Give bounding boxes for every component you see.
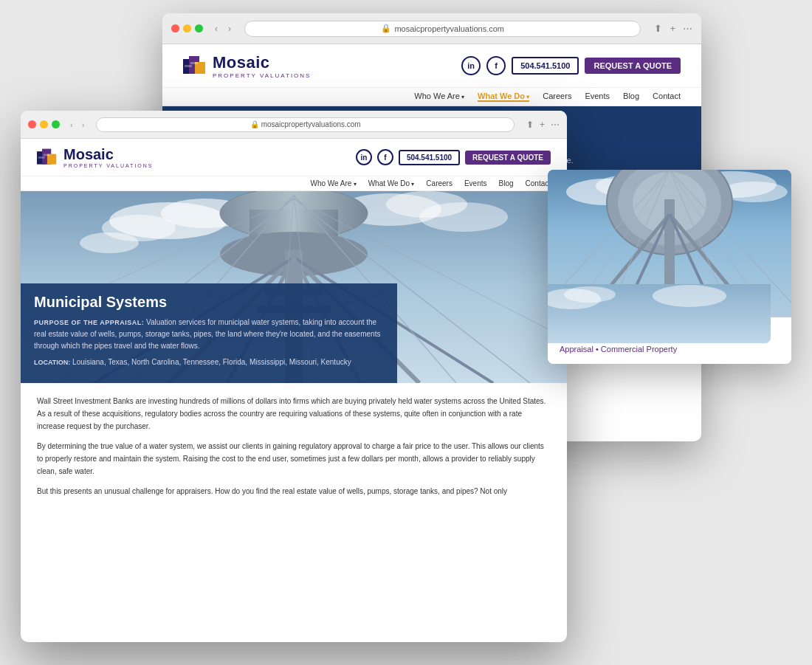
bottom-card-strip — [548, 284, 771, 343]
back-url: mosaicpropertyvaluations.com — [394, 24, 504, 33]
municipal-card: Municipal Systems Appraisal • Commercial… — [548, 170, 791, 364]
back-close-btn[interactable] — [171, 24, 179, 32]
front-fullscreen-btn[interactable] — [52, 120, 60, 128]
front-facebook-btn[interactable]: f — [377, 149, 393, 165]
back-nav-controls: ‹ › — [215, 24, 231, 34]
purpose-text: PURPOSE OF THE APPRAISAL: Valuation serv… — [34, 317, 384, 352]
front-nav-blog[interactable]: Blog — [499, 179, 514, 187]
muni-tag-appraisal: Appraisal — [560, 345, 593, 354]
front-linkedin-icon: in — [360, 154, 367, 162]
back-linkedin-btn[interactable]: in — [461, 56, 481, 75]
location-label: LOCATION: — [34, 359, 70, 366]
back-nav-what[interactable]: What We Do — [478, 92, 529, 102]
front-nav-careers[interactable]: Careers — [426, 179, 453, 187]
svg-rect-3 — [185, 65, 192, 67]
back-nav-blog[interactable]: Blog — [623, 92, 639, 102]
svg-rect-4 — [190, 62, 198, 64]
plus-icon[interactable]: + — [670, 23, 675, 34]
back-icon[interactable]: ‹ — [215, 24, 218, 34]
front-nav-what[interactable]: What We Do — [368, 179, 415, 187]
back-brand-sub: PROPERTY VALUATIONS — [213, 72, 311, 79]
front-minimize-btn[interactable] — [40, 120, 48, 128]
front-hero-overlay: Municipal Systems PURPOSE OF THE APPRAIS… — [21, 283, 397, 383]
back-traffic-lights — [171, 24, 203, 32]
svg-point-16 — [419, 202, 508, 232]
front-nav-who[interactable]: Who We Are — [310, 179, 356, 187]
svg-rect-9 — [44, 154, 50, 156]
front-back-icon[interactable]: ‹ — [70, 120, 73, 129]
front-logo-icon — [37, 145, 58, 170]
svg-rect-8 — [38, 156, 45, 159]
front-phone-btn[interactable]: 504.541.5100 — [399, 150, 460, 165]
front-dots-icon[interactable]: ⋯ — [551, 120, 560, 130]
project-title: Municipal Systems — [34, 294, 384, 311]
front-brand-sub: PROPERTY VALUATIONS — [63, 163, 154, 168]
front-body: Wall Street Investment Banks are investi… — [21, 383, 567, 517]
share-icon[interactable]: ⬆ — [654, 23, 662, 34]
front-hero-image: Municipal Systems PURPOSE OF THE APPRAIS… — [21, 191, 567, 383]
back-nav-contact[interactable]: Contact — [653, 92, 681, 102]
back-quote-btn[interactable]: REQUEST A QUOTE — [585, 58, 681, 74]
purpose-label: PURPOSE OF THE APPRAISAL: — [34, 319, 144, 326]
back-nav-events[interactable]: Events — [585, 92, 610, 102]
front-site-header: Mosaic PROPERTY VALUATIONS in f 504.541.… — [21, 139, 567, 176]
back-facebook-btn[interactable]: f — [486, 56, 506, 75]
back-logo[interactable]: Mosaic PROPERTY VALUATIONS — [183, 52, 311, 80]
location-text: LOCATION: Louisiana, Texas, North Caroli… — [34, 356, 384, 368]
muni-tag-separator: • — [596, 345, 601, 354]
body-para-2: By determining the true value of a water… — [37, 440, 551, 478]
front-chrome-bar: ‹ › 🔒 mosaicpropertyvaluations.com ⬆ + ⋯ — [21, 111, 567, 139]
front-logo[interactable]: Mosaic PROPERTY VALUATIONS — [37, 145, 154, 170]
front-toolbar-right: ⬆ + ⋯ — [526, 120, 560, 130]
svg-point-61 — [564, 286, 616, 303]
svg-point-17 — [80, 232, 139, 253]
front-url: mosaicpropertyvaluations.com — [261, 120, 361, 128]
body-para-3: But this presents an unusual challenge f… — [37, 485, 551, 497]
muni-card-tags: Appraisal • Commercial Property — [560, 345, 780, 354]
back-minimize-btn[interactable] — [183, 24, 191, 32]
front-quote-btn[interactable]: REQUEST A QUOTE — [465, 151, 551, 165]
back-nav-who[interactable]: Who We Are — [414, 92, 464, 102]
back-site-header: Mosaic PROPERTY VALUATIONS in f 504.541.… — [162, 44, 701, 88]
bottom-strip-svg — [548, 284, 771, 343]
front-logo-text: Mosaic PROPERTY VALUATIONS — [63, 146, 154, 168]
front-traffic-lights — [28, 120, 60, 128]
front-forward-icon[interactable]: › — [82, 120, 85, 129]
back-address-bar[interactable]: 🔒 mosaicpropertyvaluations.com — [244, 21, 641, 37]
dots-icon[interactable]: ⋯ — [683, 23, 692, 34]
forward-icon[interactable]: › — [228, 24, 231, 34]
back-fullscreen-btn[interactable] — [195, 24, 203, 32]
front-nav-contact[interactable]: Contact — [526, 179, 551, 187]
back-chrome-bar: ‹ › 🔒 mosaicpropertyvaluations.com ⬆ + ⋯ — [162, 13, 701, 44]
front-lock-icon: 🔒 — [250, 120, 259, 128]
back-header-right: in f 504.541.5100 REQUEST A QUOTE — [461, 56, 681, 75]
front-facebook-icon: f — [384, 154, 386, 162]
back-toolbar-right: ⬆ + ⋯ — [654, 23, 692, 34]
front-nav-events[interactable]: Events — [464, 179, 487, 187]
back-phone-btn[interactable]: 504.541.5100 — [512, 57, 579, 75]
muni-tag-commercial: Commercial Property — [601, 345, 677, 354]
back-nav: Who We Are What We Do Careers Events Blo… — [162, 88, 701, 106]
front-brand-name: Mosaic — [63, 146, 114, 162]
front-header-right: in f 504.541.5100 REQUEST A QUOTE — [356, 149, 551, 165]
front-browser-window: ‹ › 🔒 mosaicpropertyvaluations.com ⬆ + ⋯… — [21, 111, 567, 642]
front-nav-controls: ‹ › — [70, 120, 84, 129]
back-logo-text: Mosaic PROPERTY VALUATIONS — [213, 53, 311, 79]
lock-icon: 🔒 — [381, 24, 391, 33]
back-linkedin-icon: in — [467, 61, 475, 70]
back-nav-careers[interactable]: Careers — [543, 92, 571, 102]
front-nav: Who We Are What We Do Careers Events Blo… — [21, 176, 567, 191]
front-linkedin-btn[interactable]: in — [356, 149, 372, 165]
front-close-btn[interactable] — [28, 120, 36, 128]
svg-point-62 — [653, 285, 726, 307]
body-para-1: Wall Street Investment Banks are investi… — [37, 395, 551, 433]
front-share-icon[interactable]: ⬆ — [526, 120, 534, 130]
location-value: Louisiana, Texas, North Carolina, Tennes… — [72, 358, 351, 366]
back-facebook-icon: f — [495, 61, 498, 70]
front-plus-icon[interactable]: + — [540, 120, 545, 130]
back-brand-name: Mosaic — [213, 53, 270, 72]
front-address-bar[interactable]: 🔒 mosaicpropertyvaluations.com — [96, 117, 515, 132]
back-logo-icon — [183, 52, 207, 80]
